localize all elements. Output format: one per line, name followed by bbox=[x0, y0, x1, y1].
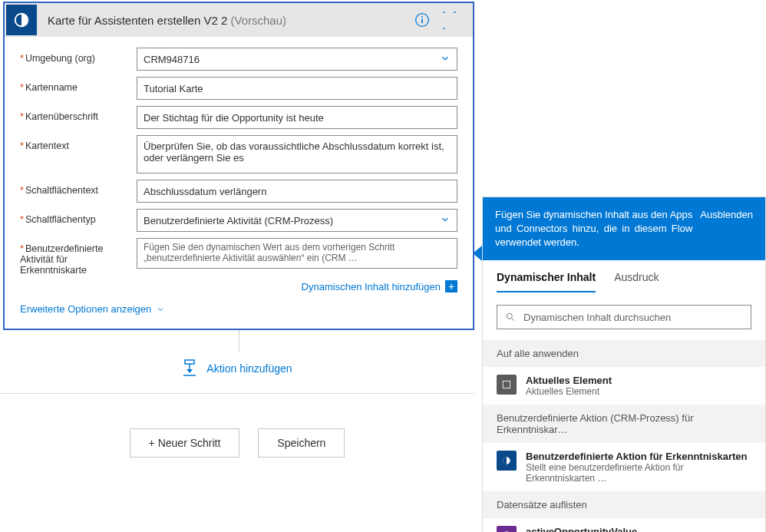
dynamic-content-tabs: Dynamischer Inhalt Ausdruck bbox=[483, 260, 765, 292]
token-custom-action[interactable]: Benutzerdefinierte Aktion für Erkenntnis… bbox=[483, 443, 765, 491]
token-current-item[interactable]: Aktuelles Element Aktuelles Element bbox=[483, 367, 765, 405]
chevron-down-icon bbox=[440, 53, 451, 66]
chevron-down-icon bbox=[156, 305, 165, 314]
dynamic-content-banner-text: Fügen Sie dynamischen Inhalt aus den App… bbox=[495, 208, 692, 249]
card-header: Karte für Assistenten erstellen V2 2 (Vo… bbox=[5, 3, 473, 37]
dynamics-icon bbox=[497, 451, 517, 471]
token-active-opportunity-value[interactable]: activeOpportunityValue bbox=[483, 518, 765, 532]
svg-point-8 bbox=[507, 313, 512, 319]
row-customactivity: *Benutzerdefinierte Aktivität für Erkenn… bbox=[20, 238, 457, 276]
svg-rect-2 bbox=[421, 18, 423, 23]
label-environment: *Umgebung (org) bbox=[20, 48, 127, 64]
add-dynamic-content-label: Dynamischen Inhalt hinzufügen bbox=[302, 281, 441, 292]
row-cardtext: *Kartentext Überprüfen Sie, ob das vorau… bbox=[20, 135, 457, 173]
save-button[interactable]: Speichern bbox=[258, 428, 345, 458]
show-advanced-options-label: Erweiterte Optionen anzeigen bbox=[20, 303, 151, 315]
add-dynamic-content-link[interactable]: Dynamischen Inhalt hinzufügen + bbox=[302, 280, 457, 292]
field-environment-value: CRM948716 bbox=[144, 54, 200, 65]
svg-marker-6 bbox=[187, 369, 193, 373]
label-btntype: *Schaltflächentyp bbox=[20, 209, 127, 225]
token-title: activeOpportunityValue bbox=[526, 526, 637, 532]
row-btntext: *Schaltflächentext Abschlussdatum verlän… bbox=[20, 180, 457, 203]
action-card: Karte für Assistenten erstellen V2 2 (Vo… bbox=[3, 2, 474, 330]
svg-rect-10 bbox=[503, 381, 510, 388]
label-cardtext: *Kartentext bbox=[20, 135, 127, 151]
svg-rect-3 bbox=[421, 16, 423, 18]
field-cardheader[interactable]: Der Stichtag für die Opportunity ist heu… bbox=[137, 106, 457, 129]
insert-step-icon bbox=[182, 359, 197, 378]
token-subtitle: Stellt eine benutzerdefinierte Aktion fü… bbox=[526, 462, 751, 484]
section-list-records: Datensätze auflisten bbox=[483, 491, 765, 518]
form-body: *Umgebung (org) CRM948716 *Kartenname Tu… bbox=[5, 37, 473, 329]
add-action-row: Aktion hinzufügen bbox=[0, 352, 474, 385]
row-cardname: *Kartenname Tutorial Karte bbox=[20, 77, 457, 100]
dynamic-content-pane: Fügen Sie dynamischen Inhalt aus den App… bbox=[482, 197, 766, 532]
bottom-buttons: + Neuer Schritt Speichern bbox=[0, 428, 474, 458]
show-advanced-options[interactable]: Erweiterte Optionen anzeigen bbox=[20, 303, 165, 315]
section-apply-to-each: Auf alle anwenden bbox=[483, 340, 765, 367]
connector-icon bbox=[6, 5, 37, 35]
field-btntext[interactable]: Abschlussdatum verlängern bbox=[137, 180, 457, 203]
plus-icon: + bbox=[445, 280, 457, 292]
hide-dynamic-content[interactable]: Ausblenden bbox=[700, 208, 753, 222]
tab-expression[interactable]: Ausdruck bbox=[614, 271, 659, 292]
search-icon bbox=[505, 312, 516, 322]
label-customactivity: *Benutzerdefinierte Aktivität für Erkenn… bbox=[20, 238, 127, 276]
card-title-text: Karte für Assistenten erstellen V2 2 bbox=[48, 14, 227, 27]
section-custom-action: Benutzerdefinierte Aktion (CRM-Prozess) … bbox=[483, 405, 765, 443]
chevron-down-icon bbox=[440, 214, 451, 227]
row-environment: *Umgebung (org) CRM948716 bbox=[20, 48, 457, 71]
label-cardname: *Kartenname bbox=[20, 77, 127, 93]
add-action-button[interactable]: Aktion hinzufügen bbox=[171, 352, 302, 385]
token-title: Aktuelles Element bbox=[526, 375, 612, 386]
row-btntype: *Schaltflächentyp Benutzerdefinierte Akt… bbox=[20, 209, 457, 232]
field-customactivity[interactable]: Fügen Sie den dynamischen Wert aus dem v… bbox=[137, 238, 457, 269]
field-btntype-value: Benutzerdefinierte Aktivität (CRM-Prozes… bbox=[144, 215, 333, 226]
dynamic-content-banner: Fügen Sie dynamischen Inhalt aus den App… bbox=[483, 197, 765, 260]
divider bbox=[0, 393, 474, 394]
field-cardtext[interactable]: Überprüfen Sie, ob das voraussichtliche … bbox=[137, 135, 457, 173]
svg-rect-4 bbox=[185, 360, 194, 364]
label-btntext: *Schaltflächentext bbox=[20, 180, 127, 196]
token-subtitle: Aktuelles Element bbox=[526, 386, 612, 397]
field-btntype[interactable]: Benutzerdefinierte Aktivität (CRM-Prozes… bbox=[137, 209, 457, 232]
more-icon[interactable]: · · · bbox=[442, 9, 464, 31]
field-cardname[interactable]: Tutorial Karte bbox=[137, 77, 457, 100]
card-title: Karte für Assistenten erstellen V2 2 (Vo… bbox=[48, 14, 286, 27]
card-preview-label: (Vorschau) bbox=[230, 14, 286, 27]
token-title: Benutzerdefinierte Aktion für Erkenntnis… bbox=[526, 451, 751, 462]
database-icon bbox=[497, 526, 517, 532]
field-environment[interactable]: CRM948716 bbox=[137, 48, 457, 71]
label-cardheader: *Kartenüberschrift bbox=[20, 106, 127, 122]
row-cardheader: *Kartenüberschrift Der Stichtag für die … bbox=[20, 106, 457, 129]
new-step-button[interactable]: + Neuer Schritt bbox=[130, 428, 240, 458]
svg-line-9 bbox=[512, 319, 514, 321]
search-placeholder: Dynamischen Inhalt durchsuchen bbox=[523, 312, 671, 323]
add-action-label: Aktion hinzufügen bbox=[206, 362, 292, 375]
dynamic-content-search[interactable]: Dynamischen Inhalt durchsuchen bbox=[497, 305, 751, 329]
loop-icon bbox=[497, 375, 517, 395]
tab-dynamic-content[interactable]: Dynamischer Inhalt bbox=[497, 271, 596, 292]
info-icon[interactable] bbox=[411, 9, 433, 31]
